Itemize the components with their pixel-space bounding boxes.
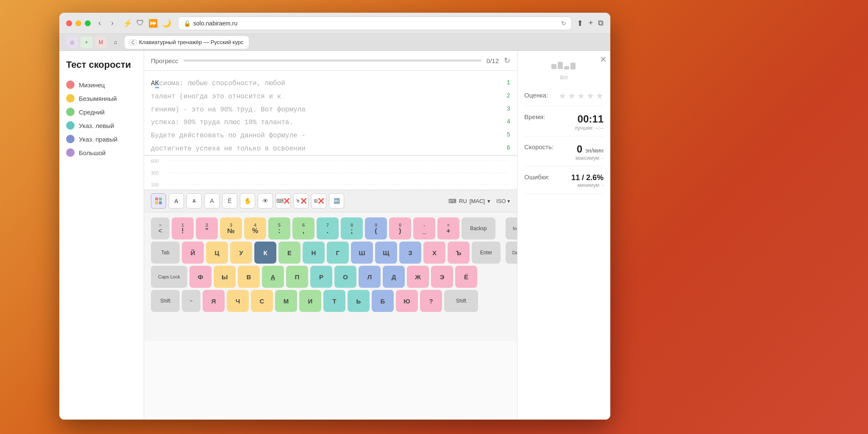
key-у[interactable]: У [230, 242, 252, 264]
logo-area: Bot [524, 58, 604, 81]
key-ч[interactable]: Ч [227, 290, 249, 312]
refresh-icon[interactable]: ↻ [561, 20, 566, 27]
traffic-lights [66, 20, 91, 26]
speed-value: 0 зн/мин [576, 143, 604, 155]
key-ъ[interactable]: Ъ [448, 242, 470, 264]
extension-icon-3[interactable]: ⏩ [148, 19, 158, 28]
key-ю[interactable]: Ю [396, 290, 418, 312]
key-щ[interactable]: Щ [375, 242, 397, 264]
key-б[interactable]: Б [372, 290, 394, 312]
tab-favicon-2[interactable]: + [81, 36, 92, 48]
key-е[interactable]: Е [278, 242, 300, 264]
key-7[interactable]: 7. [317, 217, 339, 239]
key-6[interactable]: 6, [292, 217, 314, 239]
dark-mode-icon[interactable]: 🌙 [162, 19, 171, 28]
new-tab-icon[interactable]: + [588, 19, 593, 28]
key-ы[interactable]: Ы [214, 266, 236, 288]
key-ins[interactable]: Ins [506, 217, 517, 239]
key-backtick[interactable]: ~ [182, 290, 200, 312]
hand-btn[interactable]: ✋ [240, 193, 255, 209]
text-size-btn-1[interactable]: A [169, 193, 184, 209]
keyboard-hint-btn[interactable]: ⌨❌ [275, 193, 291, 209]
key-minus[interactable]: -_ [413, 217, 435, 239]
tab-favicon-1[interactable]: ◎ [66, 36, 78, 48]
extension-icon-1[interactable]: ⚡ [123, 19, 132, 28]
key-5[interactable]: 5: [268, 217, 290, 239]
tabs-icon[interactable]: ⧉ [598, 19, 604, 28]
errors-value: 11 / 2.6% [571, 173, 604, 182]
layout-selector[interactable]: ⌨ RU [MAC] ▾ [448, 198, 490, 204]
key-а[interactable]: А [262, 266, 284, 288]
active-tab[interactable]: C Клавиатурный тренажёр — Русский курс [125, 36, 249, 49]
key-т[interactable]: Т [323, 290, 345, 312]
key-shift-left[interactable]: Shift [151, 290, 180, 312]
key-к-active[interactable]: К [254, 242, 276, 264]
key-equals[interactable]: =+ [437, 217, 459, 239]
tab-favicon-3[interactable]: M [95, 36, 107, 48]
time-best: лучшее: --:-- [575, 125, 604, 131]
refresh-button[interactable]: ↻ [504, 56, 510, 65]
key-shift-right[interactable]: Shift [444, 290, 478, 312]
star-2: ★ [568, 91, 576, 101]
key-в[interactable]: В [238, 266, 260, 288]
key-з[interactable]: З [399, 242, 421, 264]
key-2[interactable]: 2" [196, 217, 218, 239]
key-8[interactable]: 8; [341, 217, 363, 239]
kb-row-numbers: >< 1! 2" 3№ 4% 5: 6, 7. 8; 9( 0) -_ [151, 217, 501, 239]
key-х[interactable]: Х [423, 242, 445, 264]
main-keyboard: >< 1! 2" 3№ 4% 5: 6, 7. 8; 9( 0) -_ [151, 217, 501, 336]
extension-icon-2[interactable]: 🛡 [136, 19, 144, 28]
close-panel-button[interactable]: ✕ [600, 54, 607, 64]
forward-button[interactable]: › [108, 17, 116, 29]
key-п[interactable]: П [286, 266, 308, 288]
key-и[interactable]: И [299, 290, 321, 312]
key-tilde[interactable]: >< [151, 217, 170, 239]
key-ь[interactable]: Ь [348, 290, 370, 312]
key-slash[interactable]: ? [420, 290, 442, 312]
key-3[interactable]: 3№ [220, 217, 242, 239]
share-icon[interactable]: ⬆ [577, 19, 583, 28]
key-с[interactable]: С [251, 290, 273, 312]
key-1[interactable]: 1! [172, 217, 194, 239]
key-del[interactable]: Del [506, 242, 517, 264]
key-й[interactable]: Й [182, 242, 204, 264]
color-mode-btn[interactable] [151, 193, 166, 209]
key-ё[interactable]: Ё [455, 266, 477, 288]
key-ж[interactable]: Ж [407, 266, 429, 288]
key-д[interactable]: Д [383, 266, 405, 288]
finger-dot-thumb [66, 148, 75, 157]
key-ц[interactable]: Ц [206, 242, 228, 264]
key-о[interactable]: О [334, 266, 356, 288]
translate-btn[interactable]: 🔤 [329, 193, 344, 209]
address-bar[interactable]: 🔒 solo.nabiraem.ru ↻ [178, 17, 572, 30]
key-enter[interactable]: Enter [472, 242, 501, 264]
key-ф[interactable]: Ф [189, 266, 211, 288]
iso-selector[interactable]: ISO ▾ [496, 198, 510, 204]
cursor-btn[interactable]: 🖱❌ [293, 193, 309, 209]
key-г[interactable]: Г [327, 242, 349, 264]
key-4[interactable]: 4% [244, 217, 266, 239]
maximize-button[interactable] [85, 20, 91, 26]
eye-btn[interactable]: 👁 [258, 193, 273, 209]
back-button[interactable]: ‹ [96, 17, 103, 29]
minimize-button[interactable] [75, 20, 81, 26]
key-л[interactable]: Л [359, 266, 381, 288]
key-0[interactable]: 0) [389, 217, 411, 239]
key-tab[interactable]: Tab [151, 242, 180, 264]
key-н[interactable]: Н [303, 242, 325, 264]
accent-btn[interactable]: Ё [222, 193, 237, 209]
tab-favicon-4[interactable]: ♫ [109, 36, 121, 48]
text-size-btn-2[interactable]: A [186, 193, 202, 209]
key-р[interactable]: Р [310, 266, 332, 288]
close-button[interactable] [66, 20, 72, 26]
key-caps-lock[interactable]: Caps Lock [151, 266, 187, 288]
key-9[interactable]: 9( [365, 217, 387, 239]
key-я[interactable]: Я [203, 290, 225, 312]
errors-label: Ошибки: [524, 173, 550, 181]
font-btn[interactable]: A [204, 193, 220, 209]
key-backspace[interactable]: Backsp [462, 217, 495, 239]
key-э[interactable]: Э [431, 266, 453, 288]
key-м[interactable]: М [275, 290, 297, 312]
key-ш[interactable]: Ш [351, 242, 373, 264]
layout-hint-btn[interactable]: ⊞❌ [311, 193, 326, 209]
